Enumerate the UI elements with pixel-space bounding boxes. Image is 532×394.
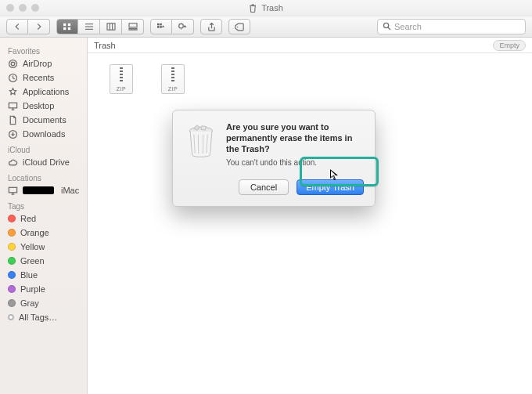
cancel-button[interactable]: Cancel	[239, 179, 289, 195]
downloads-icon	[8, 129, 18, 139]
sidebar-item-label: Yellow	[20, 242, 45, 251]
zip-file-icon: ZIP	[110, 64, 133, 94]
sidebar-item-label: iCloud Drive	[23, 157, 70, 167]
share-button[interactable]	[200, 19, 222, 34]
svg-line-21	[388, 27, 390, 30]
tags-button[interactable]	[228, 19, 250, 34]
sidebar-item-label: Documents	[23, 115, 66, 125]
icon-view-button[interactable]	[56, 19, 78, 34]
dialog-heading: Are you sure you want to permanently era…	[226, 121, 364, 154]
sidebar-item-label: Applications	[23, 87, 69, 96]
svg-rect-2	[63, 27, 66, 30]
svg-point-20	[383, 23, 388, 27]
svg-rect-17	[160, 26, 162, 28]
imac-icon	[8, 186, 18, 196]
recents-icon	[8, 73, 18, 83]
sidebar-item-label: Blue	[20, 270, 38, 280]
finder-sidebar: Favorites AirDrop Recents Applications D…	[0, 38, 88, 394]
sidebar-item-label: AirDrop	[23, 59, 52, 68]
sidebar-item-label: Green	[20, 256, 45, 266]
svg-rect-0	[63, 23, 66, 26]
sidebar-heading-favorites: Favorites	[0, 42, 87, 56]
gallery-view-button[interactable]	[122, 19, 144, 34]
documents-icon	[8, 115, 18, 125]
minimize-window-button[interactable]	[19, 4, 27, 12]
sidebar-heading-icloud: iCloud	[0, 141, 87, 155]
sidebar-item-label: Red	[20, 214, 36, 223]
sidebar-item-downloads[interactable]: Downloads	[0, 127, 87, 141]
applications-icon	[8, 87, 18, 97]
list-view-button[interactable]	[78, 19, 100, 34]
search-icon	[383, 20, 391, 34]
sidebar-item-label: Downloads	[23, 129, 65, 139]
svg-rect-3	[68, 27, 70, 30]
redacted-name	[23, 186, 54, 194]
sidebar-tag-orange[interactable]: Orange	[0, 226, 87, 240]
tag-dot-icon	[8, 314, 14, 320]
sidebar-item-computer[interactable]: iMac	[0, 183, 87, 197]
sidebar-tag-yellow[interactable]: Yellow	[0, 240, 87, 254]
sidebar-tag-red[interactable]: Red	[0, 211, 87, 226]
airdrop-icon	[8, 59, 18, 69]
group-by-button[interactable]	[150, 19, 172, 34]
file-item[interactable]: ZIP	[103, 64, 139, 97]
path-bar: Trash Empty	[88, 38, 532, 53]
zoom-window-button[interactable]	[31, 4, 39, 12]
window-titlebar: Trash	[0, 0, 532, 16]
search-field[interactable]	[377, 19, 526, 34]
sidebar-all-tags[interactable]: All Tags…	[0, 310, 87, 324]
sidebar-heading-tags: Tags	[0, 197, 87, 211]
column-view-button[interactable]	[100, 19, 122, 34]
tag-dot-icon	[8, 257, 16, 265]
sidebar-item-icloud-drive[interactable]: iCloud Drive	[0, 155, 87, 169]
view-mode-segment	[56, 19, 144, 34]
arrange-group	[150, 19, 194, 34]
svg-rect-16	[157, 26, 160, 28]
sidebar-tag-blue[interactable]: Blue	[0, 268, 87, 282]
dialog-subtext: You can't undo this action.	[226, 158, 364, 167]
traffic-lights	[6, 4, 39, 12]
sidebar-tag-purple[interactable]: Purple	[0, 282, 87, 296]
svg-rect-13	[135, 29, 137, 31]
back-button[interactable]	[6, 19, 28, 34]
sidebar-heading-locations: Locations	[0, 169, 87, 183]
svg-rect-7	[107, 23, 115, 30]
trash-icon	[249, 4, 257, 13]
sidebar-item-applications[interactable]: Applications	[0, 85, 87, 99]
tag-dot-icon	[8, 229, 16, 237]
sidebar-item-label: All Tags…	[19, 313, 57, 322]
tag-dot-icon	[8, 215, 16, 222]
tag-dot-icon	[8, 243, 16, 251]
sidebar-item-documents[interactable]: Documents	[0, 113, 87, 127]
svg-rect-10	[129, 23, 137, 27]
sidebar-tag-green[interactable]: Green	[0, 254, 87, 268]
svg-rect-15	[160, 23, 162, 25]
file-item[interactable]: ZIP	[155, 64, 191, 97]
sidebar-item-label: Recents	[23, 73, 54, 82]
sidebar-item-label: Purple	[20, 284, 45, 294]
sidebar-item-label: Desktop	[23, 101, 54, 110]
svg-rect-25	[9, 103, 16, 108]
close-window-button[interactable]	[6, 4, 14, 12]
action-menu-button[interactable]	[172, 19, 194, 34]
svg-rect-1	[68, 23, 70, 26]
forward-button[interactable]	[28, 19, 50, 34]
sidebar-item-recents[interactable]: Recents	[0, 70, 87, 85]
trash-full-icon	[184, 121, 218, 195]
cloud-icon	[8, 157, 18, 168]
search-input[interactable]	[394, 22, 520, 31]
empty-trash-button[interactable]: Empty Trash	[297, 179, 364, 195]
svg-point-19	[237, 26, 239, 27]
svg-rect-27	[9, 187, 16, 193]
empty-trash-pill[interactable]: Empty	[493, 40, 526, 51]
window-title: Trash	[249, 3, 283, 13]
svg-rect-12	[131, 29, 134, 31]
finder-toolbar	[0, 16, 532, 38]
icon-grid: ZIP ZIP	[88, 53, 532, 97]
sidebar-item-desktop[interactable]: Desktop	[0, 99, 87, 113]
tag-dot-icon	[8, 299, 16, 307]
sidebar-item-airdrop[interactable]: AirDrop	[0, 56, 87, 70]
svg-rect-14	[157, 23, 160, 25]
sidebar-tag-gray[interactable]: Gray	[0, 296, 87, 310]
desktop-icon	[8, 101, 18, 111]
